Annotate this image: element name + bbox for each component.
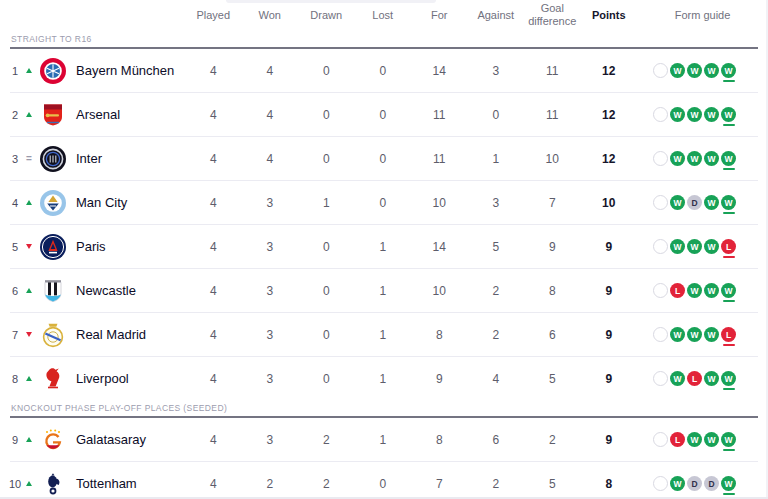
form-d-icon: D [704,476,719,491]
form-empty-icon [653,107,668,122]
rank-number: 9 [8,434,22,446]
cell-lost: 1 [355,240,412,254]
form-guide: LWWW [637,283,768,298]
movement-up-icon [22,112,36,117]
cell-won: 3 [242,196,299,210]
table-row[interactable]: 9Galatasaray43218629LWWW [0,418,768,461]
form-empty-icon [653,283,668,298]
cell-drawn: 0 [298,240,355,254]
cell-gd: 6 [524,328,581,342]
section-header: KNOCKOUT PHASE PLAY-OFF PLACES (SEEDED) [10,400,758,418]
rank-number: 8 [8,373,22,385]
cell-against: 4 [468,372,525,386]
form-w-icon: W [687,283,702,298]
galatasaray-crest-icon [36,427,70,453]
cell-gd: 5 [524,372,581,386]
form-guide: WDWW [637,195,768,210]
cell-won: 4 [242,64,299,78]
form-guide: WWWL [637,239,768,254]
cell-played: 4 [185,284,242,298]
cell-lost: 1 [355,284,412,298]
form-empty-icon [653,63,668,78]
cell-gd: 10 [524,152,581,166]
form-w-icon: W [687,107,702,122]
form-w-icon: W [721,476,736,491]
table-row[interactable]: 4Man City4310103710WDWW [0,181,768,224]
cell-for: 10 [411,284,468,298]
movement-same-icon: = [22,154,36,164]
rank-number: 5 [8,241,22,253]
movement-up-icon [22,481,36,486]
form-w-icon: W [704,195,719,210]
team-name[interactable]: Tottenham [70,476,185,491]
form-guide: WWWW [637,107,768,122]
form-w-icon: W [670,476,685,491]
team-name[interactable]: Liverpool [70,371,185,386]
team-name[interactable]: Real Madrid [70,327,185,342]
up-arrow-icon [26,437,32,442]
cell-played: 4 [185,152,242,166]
team-name[interactable]: Man City [70,195,185,210]
form-w-icon: W [704,107,719,122]
up-arrow-icon [26,481,32,486]
team-name[interactable]: Galatasaray [70,432,185,447]
cell-played: 4 [185,328,242,342]
cell-against: 2 [468,284,525,298]
form-w-icon: W [704,432,719,447]
rank-number: 10 [8,478,22,490]
cell-against: 3 [468,196,525,210]
cell-won: 2 [242,477,299,491]
table-row[interactable]: 1Bayern München44001431112WWWW [0,49,768,92]
table-row[interactable]: 3=Inter44001111012WWWW [0,137,768,180]
form-empty-icon [653,327,668,342]
form-w-icon: W [670,107,685,122]
cell-points: 12 [581,152,638,166]
cell-gd: 11 [524,64,581,78]
form-empty-icon [653,476,668,491]
cell-gd: 8 [524,284,581,298]
realmadrid-crest-icon [36,322,70,348]
form-w-icon: W [687,151,702,166]
form-w-icon: W [721,151,736,166]
cell-against: 2 [468,328,525,342]
cell-won: 3 [242,240,299,254]
team-name[interactable]: Bayern München [70,63,185,78]
cell-lost: 0 [355,477,412,491]
cell-lost: 0 [355,152,412,166]
table-row[interactable]: 8Liverpool43019459WLWW [0,357,768,400]
column-header-against: Against [468,9,525,22]
cell-points: 8 [581,477,638,491]
form-guide: LWWW [637,432,768,447]
team-name[interactable]: Paris [70,239,185,254]
table-row[interactable]: 2Arsenal44001101112WWWW [0,93,768,136]
table-row[interactable]: 7Real Madrid43018269WWWL [0,313,768,356]
cell-for: 11 [411,108,468,122]
cell-against: 3 [468,64,525,78]
section-label: KNOCKOUT PHASE PLAY-OFF PLACES (SEEDED) [10,403,227,413]
form-w-icon: W [704,239,719,254]
form-w-icon: W [721,283,736,298]
form-l-icon: L [721,239,736,254]
table-row[interactable]: 6Newcastle430110289LWWW [0,269,768,312]
form-w-icon: W [704,371,719,386]
table-row[interactable]: 5Paris430114599WWWL [0,225,768,268]
table-row[interactable]: 10Tottenham42207258WDDW [0,462,768,499]
paris-crest-icon [36,234,70,260]
team-name[interactable]: Inter [70,151,185,166]
movement-down-icon [22,332,36,337]
cell-played: 4 [185,64,242,78]
rank-number: 2 [8,109,22,121]
team-name[interactable]: Newcastle [70,283,185,298]
cell-points: 9 [581,240,638,254]
rank-number: 3 [8,153,22,165]
cell-drawn: 1 [298,196,355,210]
column-header-lost: Lost [355,9,412,22]
cell-lost: 1 [355,372,412,386]
cell-points: 10 [581,196,638,210]
standings-table: PlayedWonDrawnLostForAgainstGoal differe… [0,0,768,499]
tottenham-crest-icon [36,471,70,497]
rank-number: 6 [8,285,22,297]
form-w-icon: W [670,239,685,254]
team-name[interactable]: Arsenal [70,107,185,122]
cell-gd: 2 [524,433,581,447]
